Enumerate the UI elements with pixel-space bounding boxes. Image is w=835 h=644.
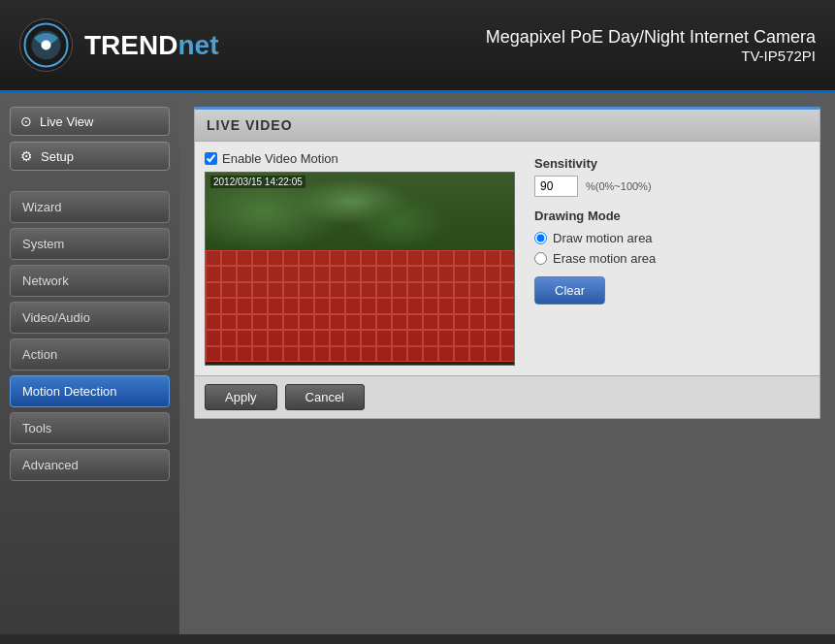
motion-cell — [283, 266, 299, 281]
motion-cell — [237, 314, 252, 330]
draw-area-radio[interactable] — [534, 232, 547, 244]
motion-cell — [407, 298, 423, 313]
motion-cell — [268, 282, 283, 298]
motion-cell — [221, 298, 237, 313]
motion-cell — [392, 266, 407, 281]
motion-cell — [423, 346, 438, 362]
motion-cell — [454, 298, 469, 313]
motion-cell — [407, 346, 423, 362]
erase-area-label: Erase motion area — [553, 251, 656, 266]
drawing-mode-label: Drawing Mode — [534, 209, 805, 223]
motion-cell — [237, 282, 252, 298]
product-name: Megapixel PoE Day/Night Internet Camera — [486, 27, 816, 48]
motion-cell — [407, 314, 423, 330]
motion-cell — [299, 330, 314, 345]
header: TRENDnet Megapixel PoE Day/Night Interne… — [0, 0, 835, 92]
sidebar-item-video-audio[interactable]: Video/Audio — [10, 302, 170, 334]
sidebar-item-network[interactable]: Network — [10, 265, 170, 297]
drawing-mode-row: Drawing Mode Draw motion area Erase moti… — [534, 209, 805, 305]
motion-cell — [283, 330, 299, 345]
sidebar-item-motion-detection[interactable]: Motion Detection — [10, 375, 170, 407]
motion-cell — [237, 298, 252, 313]
clear-button[interactable]: Clear — [534, 276, 605, 305]
content-panel: LIVE VIDEO Enable Video Motion 2012/03/1… — [194, 107, 820, 419]
motion-cell — [299, 314, 314, 330]
motion-cell — [330, 346, 345, 362]
motion-cell — [407, 250, 423, 266]
motion-cell — [221, 346, 237, 362]
sidebar-item-advanced[interactable]: Advanced — [10, 449, 170, 481]
sidebar-item-system[interactable]: System — [10, 228, 170, 260]
motion-cell — [330, 298, 345, 313]
motion-cell — [330, 330, 345, 345]
motion-cell — [283, 314, 299, 330]
logo-text: TRENDnet — [84, 30, 218, 61]
model-number: TV-IP572PI — [486, 48, 816, 64]
motion-cell — [361, 314, 376, 330]
setup-button[interactable]: ⚙ Setup — [10, 142, 170, 171]
draw-area-label: Draw motion area — [553, 231, 653, 245]
logo-area: TRENDnet — [19, 18, 218, 72]
motion-cell — [500, 298, 515, 313]
motion-cell — [345, 346, 361, 362]
motion-cell — [206, 314, 221, 330]
motion-cell — [423, 298, 438, 313]
motion-cell — [314, 330, 330, 345]
motion-cell — [268, 266, 283, 281]
motion-cell — [454, 250, 469, 266]
enable-checkbox-row: Enable Video Motion — [205, 151, 515, 166]
motion-cell — [423, 314, 438, 330]
sidebar-item-wizard[interactable]: Wizard — [10, 191, 170, 223]
motion-cell — [299, 266, 314, 281]
page-footer: Copyright © 2012 TRENDnet. All Rights Re… — [0, 634, 835, 644]
motion-cell — [469, 346, 485, 362]
motion-cell — [469, 282, 485, 298]
motion-cell — [469, 314, 485, 330]
motion-cell — [252, 282, 268, 298]
motion-cell — [407, 330, 423, 345]
motion-cell — [345, 298, 361, 313]
motion-cell — [469, 330, 485, 345]
live-view-button[interactable]: ⊙ Live View — [10, 107, 170, 136]
sidebar-item-tools[interactable]: Tools — [10, 412, 170, 444]
motion-cell — [423, 282, 438, 298]
motion-cell — [407, 282, 423, 298]
motion-cell — [221, 282, 237, 298]
enable-video-motion-checkbox[interactable] — [205, 152, 217, 165]
motion-cell — [485, 314, 500, 330]
sidebar-item-action[interactable]: Action — [10, 338, 170, 370]
motion-cell — [361, 250, 376, 266]
motion-cell — [221, 314, 237, 330]
motion-cell — [376, 298, 392, 313]
motion-detection-grid[interactable]: // Will be populated by JS below — [206, 250, 515, 362]
motion-cell — [268, 346, 283, 362]
motion-cell — [330, 266, 345, 281]
cancel-button[interactable]: Cancel — [285, 384, 365, 410]
apply-button[interactable]: Apply — [205, 384, 277, 410]
motion-cell — [500, 266, 515, 281]
motion-cell — [392, 314, 407, 330]
motion-cell — [376, 330, 392, 345]
motion-cell — [361, 266, 376, 281]
eye-icon: ⊙ — [20, 113, 32, 129]
motion-cell — [423, 250, 438, 266]
motion-cell — [314, 282, 330, 298]
motion-cell — [345, 266, 361, 281]
motion-cell — [500, 346, 515, 362]
video-timestamp: 2012/03/15 14:22:05 — [210, 176, 305, 188]
motion-cell — [361, 298, 376, 313]
trendnet-logo-icon — [19, 18, 73, 72]
motion-cell — [299, 282, 314, 298]
motion-cell — [237, 346, 252, 362]
sidebar: ⊙ Live View ⚙ Setup Wizard System Networ… — [0, 92, 179, 634]
motion-cell — [438, 266, 454, 281]
motion-cell — [500, 250, 515, 266]
sensitivity-input[interactable] — [534, 176, 578, 197]
motion-cell — [314, 346, 330, 362]
sensitivity-row: Sensitivity %(0%~100%) — [534, 156, 805, 197]
video-container: Enable Video Motion 2012/03/15 14:22:05 … — [205, 151, 515, 366]
motion-cell — [268, 298, 283, 313]
erase-area-radio[interactable] — [534, 252, 547, 265]
motion-cell — [252, 298, 268, 313]
panel-body: Enable Video Motion 2012/03/15 14:22:05 … — [195, 142, 819, 375]
